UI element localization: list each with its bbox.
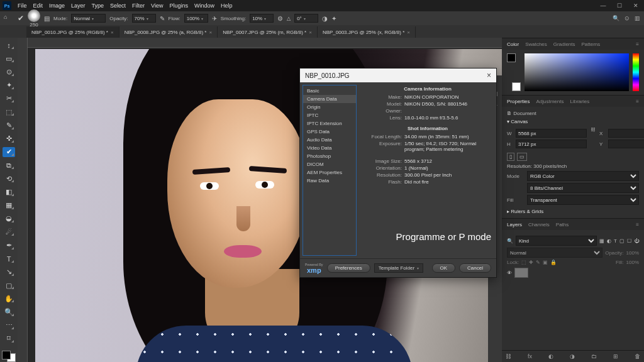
height-input[interactable] bbox=[516, 140, 587, 148]
layer-filter-select[interactable]: Kind bbox=[516, 236, 597, 246]
doc-tab-2[interactable]: NBP_0008.JPG @ 25% (a, RGB/8) *× bbox=[119, 26, 218, 38]
link-icon[interactable]: ⛓ bbox=[591, 127, 596, 150]
tab-libraries[interactable]: Libraries bbox=[570, 99, 590, 104]
filter-smart-icon[interactable]: ☐ bbox=[627, 238, 631, 244]
layer-row[interactable]: 👁 bbox=[507, 268, 639, 278]
category-photoshop[interactable]: Photoshop bbox=[303, 152, 356, 160]
ok-button[interactable]: OK bbox=[432, 263, 456, 273]
home-icon[interactable]: ⌂ bbox=[4, 14, 14, 23]
menu-layer[interactable]: Layer bbox=[71, 3, 86, 9]
category-dicom[interactable]: DICOM bbox=[303, 160, 356, 168]
fill-select[interactable]: Transparent bbox=[527, 195, 639, 205]
rulers-section-label[interactable]: Rulers & Grids bbox=[511, 209, 543, 214]
delete-icon[interactable]: 🗑 bbox=[635, 353, 640, 359]
lock-icon[interactable]: 🔒 bbox=[550, 260, 557, 265]
category-iptc-extension[interactable]: IPTC Extension bbox=[303, 119, 356, 128]
edit-toolbar[interactable]: ⌑ bbox=[3, 334, 15, 344]
crop-tool[interactable]: ✂ bbox=[3, 94, 15, 104]
preferences-button[interactable]: Preferences bbox=[327, 263, 370, 273]
blur-tool[interactable]: ◒ bbox=[3, 214, 15, 224]
stamp-tool[interactable]: ⧉ bbox=[3, 160, 15, 170]
category-basic[interactable]: Basic bbox=[303, 87, 356, 95]
search-icon[interactable]: 🔍 bbox=[613, 15, 619, 21]
doc-tab-3[interactable]: NBP_0007.JPG @ 25% (m, RGB/8) *× bbox=[218, 26, 318, 38]
brush-tool[interactable]: ✔ bbox=[3, 147, 15, 157]
layer-blend-select[interactable]: Normal bbox=[507, 248, 602, 258]
menu-view[interactable]: View bbox=[151, 3, 163, 9]
link-layers-icon[interactable]: ⛓ bbox=[506, 353, 511, 359]
fx-icon[interactable]: fx bbox=[528, 353, 532, 359]
x-input[interactable] bbox=[608, 129, 644, 138]
menu-type[interactable]: Type bbox=[92, 3, 104, 9]
dodge-tool[interactable]: ☄ bbox=[3, 227, 15, 237]
category-audio-data[interactable]: Audio Data bbox=[303, 136, 356, 144]
filter-icon[interactable]: 🔍 bbox=[507, 238, 513, 244]
tab-patterns[interactable]: Patterns bbox=[582, 41, 601, 47]
flow-input[interactable]: 100% bbox=[184, 14, 208, 23]
wand-tool[interactable]: ✦ bbox=[3, 80, 15, 90]
close-icon[interactable]: × bbox=[309, 30, 312, 35]
ruler-vertical[interactable] bbox=[18, 38, 28, 362]
fg-bg-swatch[interactable] bbox=[507, 53, 521, 91]
frame-tool[interactable]: ⬚ bbox=[3, 107, 15, 117]
tab-swatches[interactable]: Swatches bbox=[525, 41, 547, 47]
panel-menu-icon[interactable]: ≡ bbox=[636, 99, 639, 104]
brush-panel-icon[interactable]: ▤ bbox=[44, 15, 50, 22]
color-mode-select[interactable]: RGB Color bbox=[527, 171, 639, 181]
eyedropper-tool[interactable]: ✎ bbox=[3, 120, 15, 130]
smoothing-options-icon[interactable]: ⚙ bbox=[277, 15, 283, 22]
window-restore-icon[interactable]: ☐ bbox=[614, 3, 625, 9]
lock-pixel-icon[interactable]: ✎ bbox=[536, 260, 540, 265]
doc-tab-1[interactable]: NBP_0010.JPG @ 25% (RGB/8) *× bbox=[26, 26, 119, 38]
window-close-icon[interactable]: ✕ bbox=[630, 3, 641, 9]
menu-help[interactable]: Help bbox=[221, 3, 233, 9]
hue-slider[interactable] bbox=[633, 53, 639, 91]
category-camera-data[interactable]: Camera Data bbox=[303, 95, 356, 103]
tab-channels[interactable]: Channels bbox=[528, 222, 550, 228]
menu-filter[interactable]: Filter bbox=[132, 3, 145, 9]
mask-icon[interactable]: ◐ bbox=[548, 353, 553, 359]
filter-type-icon[interactable]: T bbox=[614, 238, 617, 244]
tab-properties[interactable]: Properties bbox=[507, 99, 530, 104]
airbrush-icon[interactable]: ✈ bbox=[212, 15, 217, 22]
menu-window[interactable]: Window bbox=[194, 3, 214, 9]
shape-tool[interactable]: ▢ bbox=[3, 280, 15, 290]
width-input[interactable] bbox=[516, 129, 587, 138]
bit-depth-select[interactable]: 8 Bits/Channel bbox=[527, 183, 639, 193]
brush-preview-icon[interactable] bbox=[28, 9, 40, 22]
angle-input[interactable]: 0° bbox=[294, 14, 318, 23]
blend-mode-select[interactable]: Normal bbox=[71, 14, 106, 23]
lock-all-icon[interactable]: ⬚ bbox=[521, 260, 526, 265]
menu-image[interactable]: Image bbox=[49, 3, 65, 9]
category-gps-data[interactable]: GPS Data bbox=[303, 128, 356, 136]
close-icon[interactable]: × bbox=[209, 30, 212, 35]
filter-shape-icon[interactable]: ▢ bbox=[619, 238, 625, 244]
dialog-titlebar[interactable]: NBP_0010.JPG × bbox=[300, 69, 496, 82]
zoom-tool[interactable]: 🔍 bbox=[3, 307, 15, 317]
category-video-data[interactable]: Video Data bbox=[303, 144, 356, 152]
lock-pos-icon[interactable]: ✚ bbox=[529, 260, 533, 265]
filter-adjust-icon[interactable]: ◐ bbox=[607, 238, 611, 244]
menu-edit[interactable]: Edit bbox=[33, 3, 43, 9]
color-field[interactable] bbox=[525, 53, 629, 91]
more-tool[interactable]: ⋯ bbox=[3, 321, 15, 331]
panel-menu-icon[interactable]: ≡ bbox=[636, 41, 639, 47]
lock-nest-icon[interactable]: ▣ bbox=[543, 260, 548, 265]
opacity-pressure-icon[interactable]: ✎ bbox=[160, 15, 165, 22]
tab-layers[interactable]: Layers bbox=[507, 222, 522, 228]
category-iptc[interactable]: IPTC bbox=[303, 111, 356, 119]
template-folder-select[interactable]: Template Folder bbox=[374, 263, 423, 273]
ruler-horizontal[interactable] bbox=[18, 38, 502, 48]
opacity-input[interactable]: 70% bbox=[132, 14, 156, 23]
window-min-icon[interactable]: — bbox=[597, 3, 609, 9]
symmetry-icon[interactable]: ✦ bbox=[331, 15, 336, 22]
eraser-tool[interactable]: ◧ bbox=[3, 187, 15, 197]
layer-opacity-value[interactable]: 100% bbox=[626, 250, 639, 256]
close-icon[interactable]: × bbox=[487, 71, 491, 80]
filter-pixel-icon[interactable]: ▦ bbox=[599, 238, 604, 244]
fg-bg-swatch[interactable] bbox=[2, 351, 16, 362]
type-tool[interactable]: T bbox=[3, 254, 15, 264]
size-pressure-icon[interactable]: ◑ bbox=[322, 15, 328, 22]
filter-toggle[interactable]: ⏻ bbox=[634, 238, 639, 244]
layer-fill-value[interactable]: 100% bbox=[626, 260, 639, 265]
